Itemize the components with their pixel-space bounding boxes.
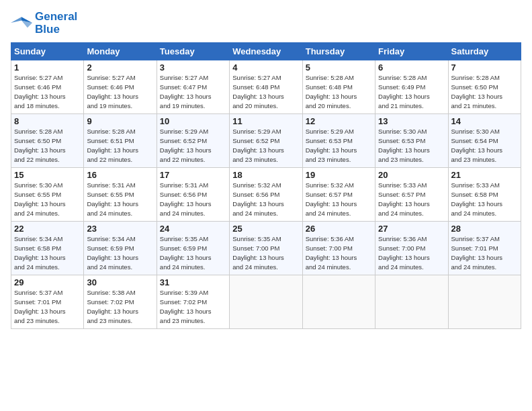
day-number: 5 (306, 62, 372, 73)
day-info: Sunrise: 5:36 AMSunset: 7:00 PMDaylight:… (306, 234, 372, 271)
day-number: 27 (378, 224, 445, 234)
calendar-header-row: SundayMondayTuesdayWednesdayThursdayFrid… (11, 43, 521, 60)
calendar-week-row: 22 Sunrise: 5:34 AMSunset: 6:58 PMDaylig… (11, 222, 521, 275)
day-info: Sunrise: 5:28 AMSunset: 6:49 PMDaylight:… (378, 73, 445, 110)
calendar-day-cell: 22 Sunrise: 5:34 AMSunset: 6:58 PMDaylig… (11, 222, 84, 275)
day-number: 9 (87, 116, 153, 126)
day-info: Sunrise: 5:36 AMSunset: 7:00 PMDaylight:… (378, 234, 445, 271)
day-info: Sunrise: 5:30 AMSunset: 6:55 PMDaylight:… (14, 181, 81, 218)
logo-icon (11, 14, 32, 33)
day-info: Sunrise: 5:31 AMSunset: 6:56 PMDaylight:… (160, 181, 226, 218)
day-info: Sunrise: 5:27 AMSunset: 6:46 PMDaylight:… (87, 73, 153, 110)
day-number: 6 (378, 62, 445, 73)
day-info: Sunrise: 5:29 AMSunset: 6:52 PMDaylight:… (160, 127, 226, 164)
day-number: 16 (87, 170, 153, 180)
calendar-day-header: Friday (375, 43, 448, 60)
day-number: 3 (160, 62, 226, 73)
calendar-day-cell: 25 Sunrise: 5:35 AMSunset: 7:00 PMDaylig… (230, 222, 302, 275)
logo: General Blue (11, 11, 77, 36)
calendar-day-cell: 7 Sunrise: 5:28 AMSunset: 6:50 PMDayligh… (448, 60, 521, 114)
day-info: Sunrise: 5:29 AMSunset: 6:52 PMDaylight:… (232, 127, 299, 164)
day-info: Sunrise: 5:39 AMSunset: 7:02 PMDaylight:… (160, 288, 226, 325)
day-number: 8 (14, 116, 81, 126)
day-number: 23 (87, 224, 153, 234)
day-number: 22 (14, 224, 81, 234)
calendar-day-cell: 13 Sunrise: 5:30 AMSunset: 6:53 PMDaylig… (375, 114, 448, 168)
day-number: 25 (232, 224, 299, 234)
calendar-day-cell: 4 Sunrise: 5:27 AMSunset: 6:48 PMDayligh… (230, 60, 302, 114)
day-number: 24 (160, 224, 226, 234)
day-info: Sunrise: 5:33 AMSunset: 6:57 PMDaylight:… (378, 181, 445, 218)
day-info: Sunrise: 5:32 AMSunset: 6:57 PMDaylight:… (306, 181, 372, 218)
day-info: Sunrise: 5:34 AMSunset: 6:59 PMDaylight:… (87, 234, 153, 271)
calendar-day-cell: 28 Sunrise: 5:37 AMSunset: 7:01 PMDaylig… (448, 222, 521, 275)
calendar-day-cell: 18 Sunrise: 5:32 AMSunset: 6:56 PMDaylig… (230, 168, 302, 222)
day-info: Sunrise: 5:37 AMSunset: 7:01 PMDaylight:… (14, 288, 81, 325)
day-info: Sunrise: 5:30 AMSunset: 6:54 PMDaylight:… (451, 127, 518, 164)
calendar-day-cell (375, 275, 448, 329)
calendar-day-cell: 21 Sunrise: 5:33 AMSunset: 6:58 PMDaylig… (448, 168, 521, 222)
calendar-day-cell: 1 Sunrise: 5:27 AMSunset: 6:46 PMDayligh… (11, 60, 84, 114)
calendar-week-row: 15 Sunrise: 5:30 AMSunset: 6:55 PMDaylig… (11, 168, 521, 222)
calendar-day-cell: 5 Sunrise: 5:28 AMSunset: 6:48 PMDayligh… (302, 60, 375, 114)
calendar-day-header: Wednesday (230, 43, 302, 60)
day-number: 18 (232, 170, 299, 180)
calendar-day-cell: 30 Sunrise: 5:38 AMSunset: 7:02 PMDaylig… (84, 275, 157, 329)
calendar-day-header: Monday (84, 43, 157, 60)
calendar-day-cell: 3 Sunrise: 5:27 AMSunset: 6:47 PMDayligh… (157, 60, 229, 114)
calendar-week-row: 29 Sunrise: 5:37 AMSunset: 7:01 PMDaylig… (11, 275, 521, 329)
calendar-day-header: Saturday (448, 43, 521, 60)
day-info: Sunrise: 5:38 AMSunset: 7:02 PMDaylight:… (87, 288, 153, 325)
calendar-day-cell: 23 Sunrise: 5:34 AMSunset: 6:59 PMDaylig… (84, 222, 157, 275)
day-number: 11 (232, 116, 299, 126)
day-number: 2 (87, 62, 153, 73)
calendar-table: SundayMondayTuesdayWednesdayThursdayFrid… (11, 42, 521, 329)
calendar-day-cell: 10 Sunrise: 5:29 AMSunset: 6:52 PMDaylig… (157, 114, 229, 168)
day-number: 7 (451, 62, 518, 73)
calendar-week-row: 8 Sunrise: 5:28 AMSunset: 6:50 PMDayligh… (11, 114, 521, 168)
calendar-day-header: Thursday (302, 43, 375, 60)
day-info: Sunrise: 5:27 AMSunset: 6:47 PMDaylight:… (160, 73, 226, 110)
calendar-day-cell: 16 Sunrise: 5:31 AMSunset: 6:55 PMDaylig… (84, 168, 157, 222)
day-number: 10 (160, 116, 226, 126)
logo-text: General Blue (35, 11, 77, 36)
day-number: 28 (451, 224, 518, 234)
calendar-day-cell (230, 275, 302, 329)
day-number: 31 (160, 277, 226, 287)
calendar-day-cell: 12 Sunrise: 5:29 AMSunset: 6:53 PMDaylig… (302, 114, 375, 168)
day-info: Sunrise: 5:35 AMSunset: 6:59 PMDaylight:… (160, 234, 226, 271)
calendar-day-cell: 29 Sunrise: 5:37 AMSunset: 7:01 PMDaylig… (11, 275, 84, 329)
day-info: Sunrise: 5:28 AMSunset: 6:51 PMDaylight:… (87, 127, 153, 164)
day-info: Sunrise: 5:28 AMSunset: 6:48 PMDaylight:… (306, 73, 372, 110)
day-info: Sunrise: 5:27 AMSunset: 6:48 PMDaylight:… (232, 73, 299, 110)
day-number: 30 (87, 277, 153, 287)
day-info: Sunrise: 5:32 AMSunset: 6:56 PMDaylight:… (232, 181, 299, 218)
page-header: General Blue (11, 11, 521, 36)
day-number: 26 (306, 224, 372, 234)
day-info: Sunrise: 5:37 AMSunset: 7:01 PMDaylight:… (451, 234, 518, 271)
day-info: Sunrise: 5:27 AMSunset: 6:46 PMDaylight:… (14, 73, 81, 110)
calendar-day-cell (448, 275, 521, 329)
day-info: Sunrise: 5:33 AMSunset: 6:58 PMDaylight:… (451, 181, 518, 218)
calendar-day-cell: 19 Sunrise: 5:32 AMSunset: 6:57 PMDaylig… (302, 168, 375, 222)
day-info: Sunrise: 5:28 AMSunset: 6:50 PMDaylight:… (451, 73, 518, 110)
day-number: 13 (378, 116, 445, 126)
day-number: 4 (232, 62, 299, 73)
calendar-day-cell: 17 Sunrise: 5:31 AMSunset: 6:56 PMDaylig… (157, 168, 229, 222)
day-info: Sunrise: 5:29 AMSunset: 6:53 PMDaylight:… (306, 127, 372, 164)
calendar-day-cell: 31 Sunrise: 5:39 AMSunset: 7:02 PMDaylig… (157, 275, 229, 329)
calendar-week-row: 1 Sunrise: 5:27 AMSunset: 6:46 PMDayligh… (11, 60, 521, 114)
calendar-day-cell: 15 Sunrise: 5:30 AMSunset: 6:55 PMDaylig… (11, 168, 84, 222)
day-info: Sunrise: 5:34 AMSunset: 6:58 PMDaylight:… (14, 234, 81, 271)
page-container: General Blue SundayMondayTuesdayWednesda… (0, 0, 532, 334)
calendar-day-header: Tuesday (157, 43, 229, 60)
calendar-day-cell: 9 Sunrise: 5:28 AMSunset: 6:51 PMDayligh… (84, 114, 157, 168)
day-number: 15 (14, 170, 81, 180)
calendar-day-cell: 2 Sunrise: 5:27 AMSunset: 6:46 PMDayligh… (84, 60, 157, 114)
day-number: 12 (306, 116, 372, 126)
calendar-day-cell: 27 Sunrise: 5:36 AMSunset: 7:00 PMDaylig… (375, 222, 448, 275)
day-number: 29 (14, 277, 81, 287)
calendar-day-cell: 24 Sunrise: 5:35 AMSunset: 6:59 PMDaylig… (157, 222, 229, 275)
day-number: 17 (160, 170, 226, 180)
day-info: Sunrise: 5:35 AMSunset: 7:00 PMDaylight:… (232, 234, 299, 271)
